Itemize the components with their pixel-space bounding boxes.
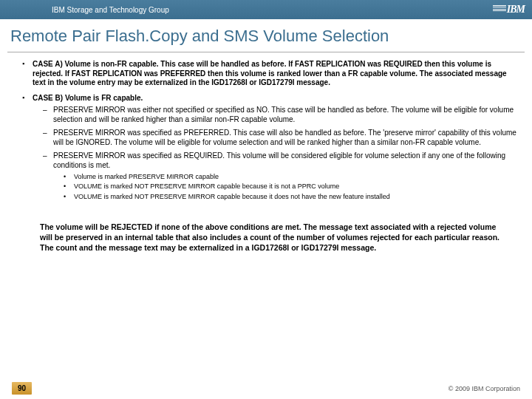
- header-group: IBM Storage and Technology Group: [52, 6, 169, 14]
- rejected-paragraph: The volume will be REJECTED if none of t…: [40, 222, 510, 253]
- copyright: © 2009 IBM Corporation: [449, 385, 520, 392]
- case-a: CASE A) Volume is non-FR capable. This c…: [22, 60, 517, 88]
- header-bar: IBM Storage and Technology Group IBM: [0, 0, 532, 19]
- case-b-sub2: PRESERVE MIRROR was specified as PREFERR…: [43, 129, 517, 147]
- title-divider: [7, 52, 525, 52]
- slide-content: CASE A) Volume is non-FR capable. This c…: [0, 60, 532, 253]
- case-b-sub1: PRESERVE MIRROR was either not specified…: [43, 106, 517, 124]
- cond3: VOLUME is marked NOT PRESERVE MIRROR cap…: [64, 193, 517, 201]
- slide-title: Remote Pair Flash.Copy and SMS Volume Se…: [10, 27, 532, 46]
- cond1: Volume is marked PRESERVE MIRROR capable: [64, 173, 517, 181]
- ibm-logo: IBM: [493, 4, 525, 16]
- case-b-sub3: PRESERVE MIRROR was specified as REQUIRE…: [43, 151, 517, 201]
- page-number: 90: [12, 382, 32, 395]
- case-b: CASE B) Volume is FR capable. PRESERVE M…: [22, 94, 517, 201]
- footer: 90 © 2009 IBM Corporation: [0, 382, 532, 395]
- cond2: VOLUME is marked NOT PRESERVE MIRROR cap…: [64, 183, 517, 191]
